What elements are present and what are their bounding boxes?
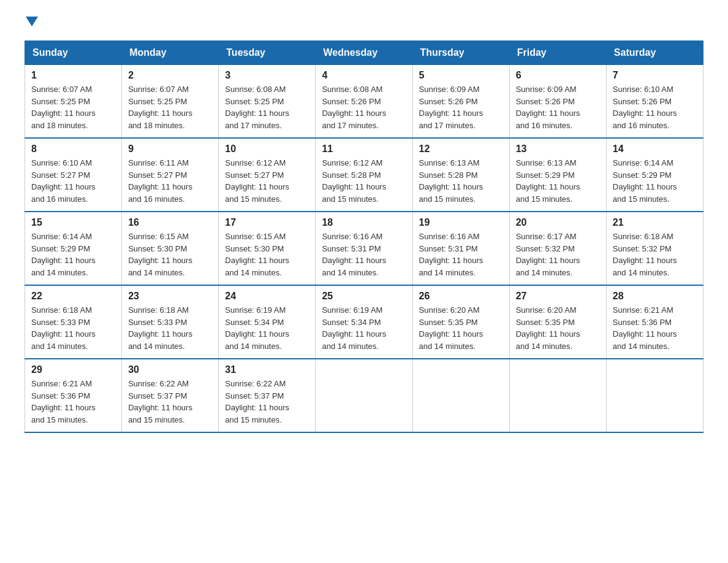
calendar-cell bbox=[412, 359, 509, 432]
calendar-cell: 20Sunrise: 6:17 AMSunset: 5:32 PMDayligh… bbox=[509, 212, 606, 285]
day-info: Sunrise: 6:15 AMSunset: 5:30 PMDaylight:… bbox=[225, 231, 309, 278]
day-number: 3 bbox=[225, 70, 309, 81]
calendar-cell: 30Sunrise: 6:22 AMSunset: 5:37 PMDayligh… bbox=[122, 359, 219, 432]
day-number: 22 bbox=[31, 291, 115, 302]
day-info: Sunrise: 6:14 AMSunset: 5:29 PMDaylight:… bbox=[31, 231, 115, 278]
calendar-cell: 22Sunrise: 6:18 AMSunset: 5:33 PMDayligh… bbox=[25, 285, 122, 359]
calendar-cell: 10Sunrise: 6:12 AMSunset: 5:27 PMDayligh… bbox=[219, 138, 316, 212]
calendar-cell: 8Sunrise: 6:10 AMSunset: 5:27 PMDaylight… bbox=[25, 138, 122, 212]
day-number: 13 bbox=[516, 144, 600, 155]
calendar-cell: 23Sunrise: 6:18 AMSunset: 5:33 PMDayligh… bbox=[122, 285, 219, 359]
day-info: Sunrise: 6:22 AMSunset: 5:37 PMDaylight:… bbox=[128, 378, 212, 426]
calendar-cell: 7Sunrise: 6:10 AMSunset: 5:26 PMDaylight… bbox=[606, 65, 703, 139]
day-number: 29 bbox=[31, 364, 115, 375]
day-number: 16 bbox=[128, 217, 212, 228]
day-info: Sunrise: 6:10 AMSunset: 5:26 PMDaylight:… bbox=[613, 83, 697, 131]
day-info: Sunrise: 6:12 AMSunset: 5:28 PMDaylight:… bbox=[322, 157, 406, 205]
day-info: Sunrise: 6:14 AMSunset: 5:29 PMDaylight:… bbox=[613, 157, 697, 205]
calendar-cell: 1Sunrise: 6:07 AMSunset: 5:25 PMDaylight… bbox=[25, 65, 122, 139]
day-info: Sunrise: 6:13 AMSunset: 5:29 PMDaylight:… bbox=[516, 157, 600, 205]
day-number: 27 bbox=[516, 291, 600, 302]
calendar-cell: 24Sunrise: 6:19 AMSunset: 5:34 PMDayligh… bbox=[219, 285, 316, 359]
weekday-header-monday: Monday bbox=[122, 41, 219, 65]
day-number: 5 bbox=[419, 70, 503, 81]
day-info: Sunrise: 6:08 AMSunset: 5:26 PMDaylight:… bbox=[322, 83, 406, 131]
day-number: 1 bbox=[31, 70, 115, 81]
day-number: 15 bbox=[31, 217, 115, 228]
day-info: Sunrise: 6:19 AMSunset: 5:34 PMDaylight:… bbox=[322, 304, 406, 352]
calendar-cell: 2Sunrise: 6:07 AMSunset: 5:25 PMDaylight… bbox=[122, 65, 219, 139]
logo bbox=[25, 18, 38, 28]
weekday-header-saturday: Saturday bbox=[606, 41, 703, 65]
day-info: Sunrise: 6:21 AMSunset: 5:36 PMDaylight:… bbox=[613, 304, 697, 352]
calendar-cell: 12Sunrise: 6:13 AMSunset: 5:28 PMDayligh… bbox=[412, 138, 509, 212]
calendar-cell bbox=[606, 359, 703, 432]
calendar-cell: 25Sunrise: 6:19 AMSunset: 5:34 PMDayligh… bbox=[316, 285, 412, 359]
calendar-cell: 26Sunrise: 6:20 AMSunset: 5:35 PMDayligh… bbox=[412, 285, 509, 359]
day-number: 10 bbox=[225, 144, 309, 155]
weekday-header-thursday: Thursday bbox=[412, 41, 509, 65]
day-info: Sunrise: 6:20 AMSunset: 5:35 PMDaylight:… bbox=[419, 304, 503, 352]
calendar-cell: 15Sunrise: 6:14 AMSunset: 5:29 PMDayligh… bbox=[25, 212, 122, 285]
day-number: 23 bbox=[128, 291, 212, 302]
page-header bbox=[25, 18, 703, 28]
day-number: 28 bbox=[613, 291, 697, 302]
calendar-cell: 27Sunrise: 6:20 AMSunset: 5:35 PMDayligh… bbox=[509, 285, 606, 359]
calendar-cell: 14Sunrise: 6:14 AMSunset: 5:29 PMDayligh… bbox=[606, 138, 703, 212]
day-number: 12 bbox=[419, 144, 503, 155]
day-info: Sunrise: 6:22 AMSunset: 5:37 PMDaylight:… bbox=[225, 378, 309, 426]
day-number: 30 bbox=[128, 364, 212, 375]
day-number: 18 bbox=[322, 217, 406, 228]
day-number: 8 bbox=[31, 144, 115, 155]
day-number: 14 bbox=[613, 144, 697, 155]
day-number: 11 bbox=[322, 144, 406, 155]
day-number: 17 bbox=[225, 217, 309, 228]
calendar-cell: 29Sunrise: 6:21 AMSunset: 5:36 PMDayligh… bbox=[25, 359, 122, 432]
day-info: Sunrise: 6:18 AMSunset: 5:32 PMDaylight:… bbox=[613, 231, 697, 278]
calendar-cell: 9Sunrise: 6:11 AMSunset: 5:27 PMDaylight… bbox=[122, 138, 219, 212]
calendar-week-row: 1Sunrise: 6:07 AMSunset: 5:25 PMDaylight… bbox=[25, 65, 703, 139]
day-info: Sunrise: 6:12 AMSunset: 5:27 PMDaylight:… bbox=[225, 157, 309, 205]
day-info: Sunrise: 6:08 AMSunset: 5:25 PMDaylight:… bbox=[225, 83, 309, 131]
day-number: 19 bbox=[419, 217, 503, 228]
calendar-cell: 18Sunrise: 6:16 AMSunset: 5:31 PMDayligh… bbox=[316, 212, 412, 285]
calendar-cell: 11Sunrise: 6:12 AMSunset: 5:28 PMDayligh… bbox=[316, 138, 412, 212]
day-info: Sunrise: 6:13 AMSunset: 5:28 PMDaylight:… bbox=[419, 157, 503, 205]
day-info: Sunrise: 6:18 AMSunset: 5:33 PMDaylight:… bbox=[31, 304, 115, 352]
day-number: 31 bbox=[225, 364, 309, 375]
logo-triangle-icon bbox=[26, 17, 38, 26]
calendar-cell: 4Sunrise: 6:08 AMSunset: 5:26 PMDaylight… bbox=[316, 65, 412, 139]
calendar-cell: 6Sunrise: 6:09 AMSunset: 5:26 PMDaylight… bbox=[509, 65, 606, 139]
calendar-cell: 21Sunrise: 6:18 AMSunset: 5:32 PMDayligh… bbox=[606, 212, 703, 285]
day-info: Sunrise: 6:15 AMSunset: 5:30 PMDaylight:… bbox=[128, 231, 212, 278]
day-info: Sunrise: 6:18 AMSunset: 5:33 PMDaylight:… bbox=[128, 304, 212, 352]
weekday-header-sunday: Sunday bbox=[25, 41, 122, 65]
day-info: Sunrise: 6:10 AMSunset: 5:27 PMDaylight:… bbox=[31, 157, 115, 205]
calendar-cell: 3Sunrise: 6:08 AMSunset: 5:25 PMDaylight… bbox=[219, 65, 316, 139]
day-number: 4 bbox=[322, 70, 406, 81]
day-number: 20 bbox=[516, 217, 600, 228]
weekday-header-wednesday: Wednesday bbox=[316, 41, 412, 65]
day-number: 7 bbox=[613, 70, 697, 81]
day-number: 24 bbox=[225, 291, 309, 302]
day-info: Sunrise: 6:19 AMSunset: 5:34 PMDaylight:… bbox=[225, 304, 309, 352]
calendar-week-row: 29Sunrise: 6:21 AMSunset: 5:36 PMDayligh… bbox=[25, 359, 703, 432]
calendar-cell: 19Sunrise: 6:16 AMSunset: 5:31 PMDayligh… bbox=[412, 212, 509, 285]
calendar-cell bbox=[509, 359, 606, 432]
calendar-week-row: 15Sunrise: 6:14 AMSunset: 5:29 PMDayligh… bbox=[25, 212, 703, 285]
day-number: 26 bbox=[419, 291, 503, 302]
calendar-cell: 31Sunrise: 6:22 AMSunset: 5:37 PMDayligh… bbox=[219, 359, 316, 432]
day-number: 9 bbox=[128, 144, 212, 155]
day-info: Sunrise: 6:07 AMSunset: 5:25 PMDaylight:… bbox=[128, 83, 212, 131]
day-info: Sunrise: 6:09 AMSunset: 5:26 PMDaylight:… bbox=[419, 83, 503, 131]
day-number: 25 bbox=[322, 291, 406, 302]
day-info: Sunrise: 6:16 AMSunset: 5:31 PMDaylight:… bbox=[419, 231, 503, 278]
calendar-cell: 17Sunrise: 6:15 AMSunset: 5:30 PMDayligh… bbox=[219, 212, 316, 285]
calendar-cell bbox=[316, 359, 412, 432]
day-number: 2 bbox=[128, 70, 212, 81]
day-info: Sunrise: 6:11 AMSunset: 5:27 PMDaylight:… bbox=[128, 157, 212, 205]
calendar-cell: 13Sunrise: 6:13 AMSunset: 5:29 PMDayligh… bbox=[509, 138, 606, 212]
day-number: 21 bbox=[613, 217, 697, 228]
weekday-header-friday: Friday bbox=[509, 41, 606, 65]
day-number: 6 bbox=[516, 70, 600, 81]
